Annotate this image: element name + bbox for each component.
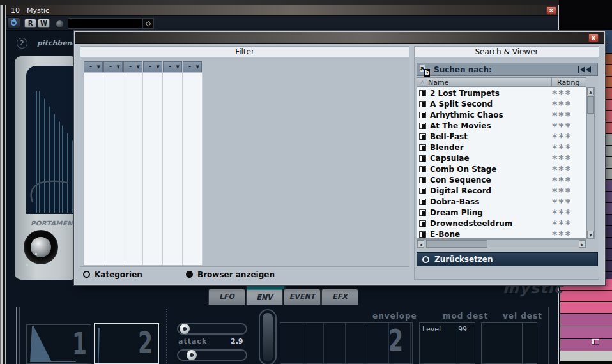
preset-row[interactable]: Drownedsteeldrum ***: [417, 218, 586, 229]
preset-row[interactable]: At The Movies ***: [417, 120, 586, 131]
knob-cap: [31, 237, 51, 257]
preset-row[interactable]: E-Bone ***: [417, 229, 586, 239]
preset-name: Dream Pling: [430, 208, 483, 217]
filter-dropdown[interactable]: -▼: [143, 61, 162, 72]
read-automation-button[interactable]: R: [24, 19, 36, 28]
preset-row[interactable]: Bell-Fast ***: [417, 131, 586, 142]
preset-row[interactable]: A Split Second ***: [417, 98, 586, 109]
horizontal-scroll-thumb[interactable]: [426, 240, 487, 248]
reset-button[interactable]: Zurücksetzen: [417, 252, 598, 266]
knob-min-marker: [26, 264, 28, 266]
tab-lfo[interactable]: LFO: [208, 289, 245, 305]
reset-circle-icon: [422, 256, 429, 263]
envelope-preset-1[interactable]: 1: [26, 324, 91, 364]
scroll-down-button[interactable]: ▼: [587, 231, 594, 238]
preset-icon: [419, 177, 426, 183]
preset-icon: [419, 123, 426, 129]
list-column-header[interactable]: △ Name Rating: [417, 77, 586, 87]
decay-slider-handle[interactable]: [187, 350, 197, 360]
track-color-row: [604, 238, 612, 248]
vertical-fader[interactable]: [259, 309, 277, 364]
preset-row[interactable]: 2 Lost Trumpets ***: [417, 87, 586, 98]
track-color-row: [604, 180, 612, 191]
filter-dropdown[interactable]: -▼: [183, 61, 202, 72]
preset-row[interactable]: Arhythmic Chaos ***: [417, 109, 586, 120]
preset-row[interactable]: Capsulae ***: [417, 153, 586, 163]
track-parts-area: [560, 279, 612, 362]
background-taskbar-strip: [0, 0, 612, 5]
portamento-knob[interactable]: [24, 230, 58, 264]
decay-slider[interactable]: [177, 349, 247, 361]
preset-name: Capsulae: [430, 154, 470, 163]
mini-knob[interactable]: [56, 20, 63, 27]
track-color-row: [560, 302, 612, 313]
tab-event[interactable]: EVENT: [284, 289, 321, 305]
dialog-titlebar[interactable]: [75, 32, 604, 44]
envelope-preset-2-selected[interactable]: 2: [94, 323, 159, 364]
envelope-1-shape: [30, 326, 52, 362]
preset-row[interactable]: Digital Record ***: [417, 185, 586, 196]
attack-slider-handle[interactable]: [180, 324, 190, 334]
browser-anzeigen-label[interactable]: Browser anzeigen: [197, 270, 275, 279]
scroll-left-button[interactable]: ◀: [417, 240, 424, 248]
filter-dropdown[interactable]: -▼: [163, 61, 182, 72]
preset-row[interactable]: Dobra-Bass ***: [417, 196, 586, 207]
mod-dest-row[interactable]: Level99: [420, 323, 475, 333]
vertical-scroll-thumb[interactable]: [587, 96, 594, 114]
mod-dest-section-label: mod dest: [443, 312, 488, 321]
filter-columns[interactable]: [84, 73, 203, 265]
filter-dropdown[interactable]: -▼: [123, 61, 142, 72]
tab-env[interactable]: ENV: [246, 289, 283, 305]
track-color-row: [604, 192, 612, 202]
write-automation-button[interactable]: W: [38, 19, 50, 28]
dropdown-arrow-icon: ▼: [137, 64, 140, 70]
preset-name-field[interactable]: [68, 18, 142, 29]
skip-to-start-icon[interactable]: [578, 66, 592, 73]
power-icon: [11, 20, 17, 26]
track-color-row: [604, 100, 612, 110]
filter-panel-title: Filter: [80, 47, 409, 57]
scroll-right-button[interactable]: ▶: [579, 240, 586, 248]
filter-dropdown[interactable]: -▼: [103, 61, 123, 72]
attack-label: attack: [178, 337, 207, 345]
vertical-scrollbar[interactable]: ▲ ▼: [586, 87, 595, 239]
preset-icon: [419, 112, 426, 118]
dropdown-arrow-icon: ▼: [157, 64, 160, 70]
preset-row[interactable]: Blender ***: [417, 142, 586, 153]
titlebar[interactable]: 10 - Mystic: [6, 5, 558, 16]
power-button[interactable]: [7, 17, 20, 29]
envelope-1-baseline: [30, 361, 76, 362]
search-input[interactable]: ab Suchen nach:: [417, 63, 598, 76]
rating-column-header-cell[interactable]: Rating: [551, 77, 588, 87]
track-color-row: [604, 88, 612, 99]
filter-dropdown[interactable]: -▼: [84, 61, 103, 72]
track-color-row: [604, 249, 612, 260]
preset-browser-dialog: x Filter -▼ -▼ -▼ -▼ -▼ -▼ Kategorien Br…: [75, 32, 604, 284]
envelope-section-label: envelope: [372, 312, 417, 321]
horizontal-scrollbar[interactable]: ◀ ▶: [417, 239, 586, 248]
section-number-badge: 2: [17, 38, 27, 49]
track-color-row: [560, 326, 612, 338]
preset-row[interactable]: Comb On Stage ***: [417, 163, 586, 174]
preset-name: At The Movies: [430, 121, 491, 130]
dialog-close-button[interactable]: x: [588, 34, 599, 42]
text-search-icon: ab: [420, 65, 430, 77]
browser-anzeigen-radio[interactable]: [186, 271, 193, 278]
envelope-display[interactable]: 2: [280, 322, 413, 364]
kategorien-label[interactable]: Kategorien: [95, 270, 142, 279]
preset-row[interactable]: Con Sequence ***: [417, 174, 586, 185]
mod-dest-list[interactable]: Level99: [419, 322, 475, 364]
track-color-row: [604, 261, 612, 271]
preset-name: E-Bone: [430, 230, 460, 239]
kategorien-radio[interactable]: [83, 271, 90, 278]
vel-dest-list[interactable]: [481, 322, 537, 364]
track-color-row: [560, 351, 612, 361]
preset-row[interactable]: Dream Pling ***: [417, 207, 586, 218]
close-button[interactable]: x: [546, 6, 556, 15]
preset-diamond-icon[interactable]: ◇: [142, 18, 154, 29]
scroll-up-button[interactable]: ▲: [587, 87, 594, 95]
tab-efx[interactable]: EFX: [321, 289, 358, 305]
name-column-header[interactable]: Name: [428, 79, 448, 87]
attack-slider[interactable]: [177, 323, 247, 335]
search-panel-title: Search & Viewer: [415, 47, 599, 57]
